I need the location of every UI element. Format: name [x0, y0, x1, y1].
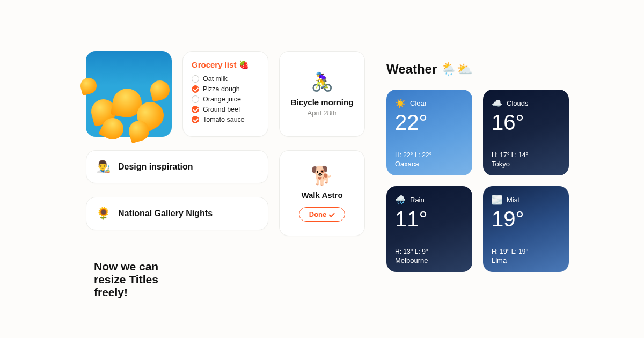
astro-title: Walk Astro	[301, 190, 342, 200]
weather-title: Weather 🌦️⛅	[386, 62, 569, 77]
grocery-card[interactable]: Grocery list 🍓 Oat milkPizza doughOrange…	[182, 51, 268, 137]
grocery-item-label: Ground beef	[203, 106, 240, 113]
grocery-item[interactable]: Ground beef	[192, 106, 259, 113]
weather-icon: ☀️	[395, 98, 406, 108]
row-label: National Gallery Nights	[118, 209, 213, 218]
weather-city: Tokyo	[492, 160, 560, 168]
bicycle-icon: 🚴‍♀️	[311, 71, 333, 92]
weather-icon: 🌫️	[492, 195, 502, 205]
grocery-item-label: Tomato sauce	[203, 116, 245, 123]
weather-temp: 19°	[492, 208, 560, 230]
row-label: Design inspiration	[118, 162, 193, 172]
grocery-item[interactable]: Orange juice	[192, 95, 259, 103]
row-design-inspiration[interactable]: 👨‍🎨 Design inspiration	[86, 150, 268, 183]
weather-condition: Mist	[507, 196, 519, 204]
weather-city: Oaxaca	[395, 160, 464, 168]
weather-condition: Clouds	[507, 99, 528, 107]
row-national-gallery[interactable]: 🌻 National Gallery Nights	[86, 197, 268, 230]
weather-temp: 22°	[395, 112, 464, 133]
weather-icon: ☁️	[492, 98, 502, 108]
weather-city: Lima	[492, 256, 560, 264]
caption-text: Now we can resize Titles freely!	[94, 260, 172, 299]
checkbox-icon[interactable]	[192, 85, 199, 93]
grocery-item[interactable]: Oat milk	[192, 75, 259, 83]
weather-high-low: H: 17° L: 14°	[492, 151, 560, 159]
checkbox-icon[interactable]	[192, 106, 199, 113]
done-button-label: Done	[309, 210, 327, 218]
weather-high-low: H: 13° L: 9°	[395, 248, 464, 255]
weather-card[interactable]: ☀️Clear22°H: 22° L: 22°Oaxaca	[386, 90, 472, 175]
weather-condition: Clear	[410, 99, 427, 107]
weather-card[interactable]: ☁️Clouds16°H: 17° L: 14°Tokyo	[483, 90, 569, 175]
checkbox-icon[interactable]	[192, 75, 199, 83]
done-button[interactable]: Done	[299, 207, 346, 222]
grocery-item-label: Orange juice	[203, 95, 241, 103]
weather-high-low: H: 22° L: 22°	[395, 151, 464, 159]
bicycle-title: Bicycle morning	[291, 98, 354, 107]
check-icon	[329, 211, 335, 217]
weather-temp: 16°	[492, 112, 560, 133]
dog-icon: 🐕	[311, 165, 333, 186]
grocery-item[interactable]: Tomato sauce	[192, 116, 259, 123]
artist-icon: 👨‍🎨	[96, 160, 111, 174]
weather-temp: 11°	[395, 208, 464, 230]
weather-card[interactable]: 🌧️Rain11°H: 13° L: 9°Melbourne	[386, 186, 472, 272]
grocery-item[interactable]: Pizza dough	[192, 85, 259, 93]
grocery-title: Grocery list 🍓	[192, 60, 259, 70]
image-card[interactable]	[86, 51, 172, 137]
weather-high-low: H: 19° L: 19°	[492, 248, 560, 255]
grocery-item-label: Oat milk	[203, 75, 228, 83]
weather-condition: Rain	[410, 196, 425, 204]
grocery-item-label: Pizza dough	[203, 85, 240, 93]
weather-icon: 🌧️	[395, 195, 406, 205]
checkbox-icon[interactable]	[192, 116, 199, 123]
weather-card[interactable]: 🌫️Mist19°H: 19° L: 19°Lima	[483, 186, 569, 272]
checkbox-icon[interactable]	[192, 95, 199, 103]
bicycle-card[interactable]: 🚴‍♀️ Bicycle morning April 28th	[279, 51, 365, 137]
sunflower-icon: 🌻	[96, 207, 111, 221]
weather-city: Melbourne	[395, 256, 464, 264]
bicycle-date: April 28th	[308, 109, 337, 117]
walk-astro-card[interactable]: 🐕 Walk Astro Done	[279, 150, 365, 236]
